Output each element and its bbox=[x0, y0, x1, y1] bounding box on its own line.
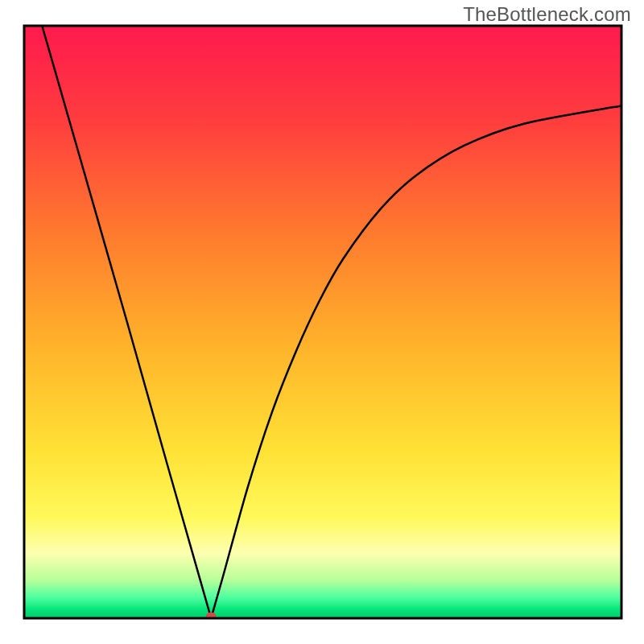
bottleneck-chart bbox=[0, 0, 644, 644]
minimum-point-marker bbox=[206, 613, 217, 621]
gradient-background bbox=[24, 26, 621, 618]
chart-container: TheBottleneck.com bbox=[0, 0, 644, 644]
